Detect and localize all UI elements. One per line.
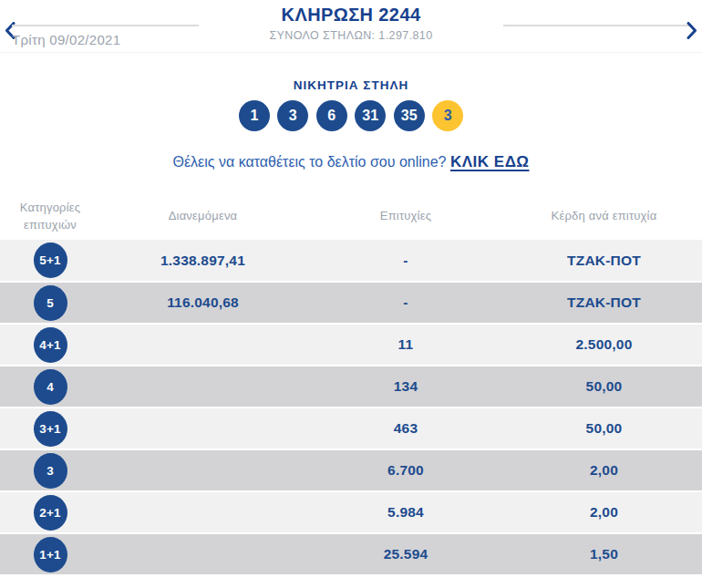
winning-number-ball: 35	[394, 100, 425, 131]
winnings-cell: 2.500,00	[506, 324, 702, 366]
prize-tier-row: 5 116.040,68 - ΤΖΑΚ-ΠΟΤ	[0, 282, 702, 324]
distributed-cell: 116.040,68	[100, 282, 305, 324]
prize-tier-row: 2+1 5.984 2,00	[0, 491, 702, 533]
distributed-cell: 1.338.897,41	[100, 240, 305, 282]
successes-cell: 6.700	[305, 449, 506, 491]
results-table: Κατηγορίες επιτυχιών Διανεμόμενα Επιτυχί…	[0, 192, 702, 576]
category-badge: 4+1	[34, 327, 67, 363]
successes-cell: 134	[305, 366, 506, 407]
winnings-cell: 2,00	[506, 491, 702, 533]
successes-cell: -	[305, 240, 506, 282]
distributed-cell	[100, 491, 305, 533]
column-header-category: Κατηγορίες επιτυχιών	[0, 192, 100, 240]
successes-cell: 11	[305, 324, 506, 366]
category-badge: 1+1	[34, 537, 67, 573]
successes-cell: 5.984	[305, 491, 506, 533]
winning-number-ball: 31	[355, 100, 386, 131]
column-header-distributed: Διανεμόμενα	[100, 192, 305, 240]
winnings-cell: ΤΖΑΚ-ΠΟΤ	[506, 240, 702, 282]
distributed-cell	[100, 324, 305, 366]
distributed-cell	[100, 533, 305, 575]
winning-number-ball: 3	[277, 100, 308, 131]
bonus-number-ball: 3	[432, 100, 463, 131]
winnings-cell: 50,00	[506, 407, 702, 449]
next-draw-button[interactable]	[685, 20, 699, 41]
online-question-text: Θέλεις να καταθέτεις το δελτίο σου onlin…	[173, 154, 447, 170]
click-here-link[interactable]: ΚΛΙΚ ΕΔΩ	[450, 153, 530, 170]
winnings-cell: 2,00	[506, 449, 702, 491]
draw-navigation-header: Τρίτη 09/02/2021 ΚΛΗΡΩΣΗ 2244 ΣΥΝΟΛΟ ΣΤΗ…	[0, 0, 702, 53]
distributed-cell	[100, 366, 305, 407]
prize-tier-row: 5+1 1.338.897,41 - ΤΖΑΚ-ΠΟΤ	[0, 240, 702, 282]
prize-tier-row: 1+1 25.594 1,50	[0, 533, 702, 575]
draw-date: Τρίτη 09/02/2021	[12, 32, 120, 47]
successes-cell: 463	[305, 407, 506, 449]
prize-tier-row: 4 134 50,00	[0, 366, 702, 407]
chevron-right-icon	[687, 28, 697, 42]
prize-tier-row: 4+1 11 2.500,00	[0, 324, 702, 366]
category-badge: 2+1	[34, 495, 67, 531]
category-badge: 5	[34, 285, 67, 321]
winning-number-ball: 1	[239, 100, 270, 131]
winnings-cell: 1,50	[506, 533, 702, 575]
winning-column-label: ΝΙΚΗΤΡΙΑ ΣΤΗΛΗ	[0, 78, 702, 92]
column-header-successes: Επιτυχίες	[305, 192, 506, 240]
winning-number-ball: 6	[316, 100, 347, 131]
distributed-cell	[100, 407, 305, 449]
page-title: ΚΛΗΡΩΣΗ 2244	[0, 5, 702, 26]
distributed-cell	[100, 449, 305, 491]
winning-numbers: 1 3 6 31 35 3	[0, 100, 702, 131]
online-prompt: Θέλεις να καταθέτεις το δελτίο σου onlin…	[0, 153, 702, 171]
prize-tier-row: 3 6.700 2,00	[0, 449, 702, 491]
successes-cell: 25.594	[305, 533, 506, 575]
header-divider-right	[503, 25, 690, 26]
header-divider-left	[12, 25, 199, 26]
winnings-cell: ΤΖΑΚ-ΠΟΤ	[506, 282, 702, 324]
category-badge: 3	[34, 453, 67, 489]
winnings-cell: 50,00	[506, 366, 702, 407]
prize-tier-row: 3+1 463 50,00	[0, 407, 702, 449]
successes-cell: -	[305, 282, 506, 324]
category-badge: 4	[34, 369, 67, 405]
category-badge: 3+1	[34, 411, 67, 447]
column-header-winnings: Κέρδη ανά επιτυχία	[506, 192, 702, 240]
results-table-header: Κατηγορίες επιτυχιών Διανεμόμενα Επιτυχί…	[0, 192, 702, 240]
category-badge: 5+1	[34, 242, 67, 278]
